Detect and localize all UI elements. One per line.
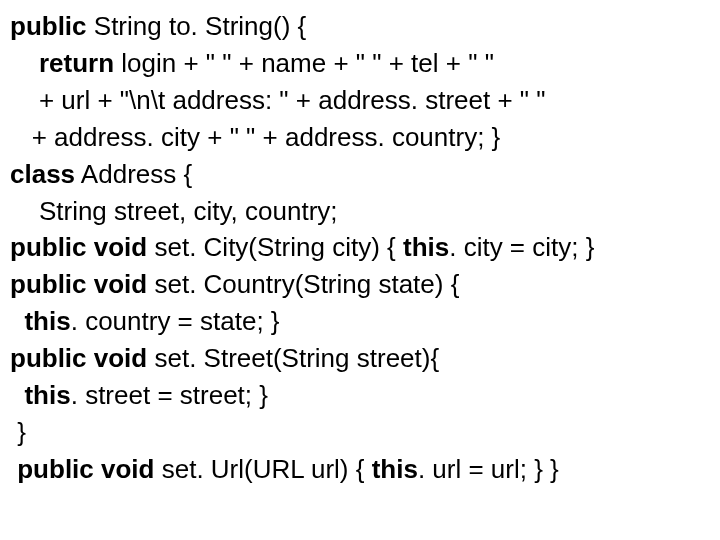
code-token: . city = city; } [449,232,594,262]
code-line: return login + " " + name + " " + tel + … [10,45,710,82]
keyword-token: return [39,48,114,78]
code-line: String street, city, country; [10,193,710,230]
code-block: public String to. String() { return logi… [0,0,720,496]
keyword-token: this [24,380,70,410]
code-line: } [10,414,710,451]
keyword-token: public [10,11,87,41]
code-line: class Address { [10,156,710,193]
code-token: . url = url; } } [418,454,559,484]
code-line: public void set. City(String city) { thi… [10,229,710,266]
code-line: public void set. Street(String street){ [10,340,710,377]
keyword-token: public void [10,232,147,262]
code-token: set. City(String city) { [147,232,403,262]
code-line: + address. city + " " + address. country… [10,119,710,156]
code-line: public void set. Url(URL url) { this. ur… [10,451,710,488]
keyword-token: class [10,159,75,189]
keyword-token: public void [10,343,147,373]
code-token: + url + "\n\t address: " + address. stre… [39,85,546,115]
keyword-token: this [372,454,418,484]
code-token: set. Country(String state) { [147,269,459,299]
keyword-token: this [403,232,449,262]
code-token: Address { [75,159,192,189]
code-line: public String to. String() { [10,8,710,45]
code-token: . country = state; } [71,306,280,336]
code-token: login + " " + name + " " + tel + " " [114,48,494,78]
code-token: } [17,417,26,447]
code-line: this. country = state; } [10,303,710,340]
code-token: set. Url(URL url) { [154,454,371,484]
code-token: String street, city, country; [39,196,338,226]
keyword-token: public void [10,269,147,299]
code-token: + address. city + " " + address. country… [32,122,501,152]
keyword-token: this [24,306,70,336]
code-token: String to. String() { [87,11,314,41]
code-token: . street = street; } [71,380,268,410]
code-line: public void set. Country(String state) { [10,266,710,303]
keyword-token: public void [17,454,154,484]
code-line: this. street = street; } [10,377,710,414]
code-line: + url + "\n\t address: " + address. stre… [10,82,710,119]
code-token: set. Street(String street){ [147,343,439,373]
